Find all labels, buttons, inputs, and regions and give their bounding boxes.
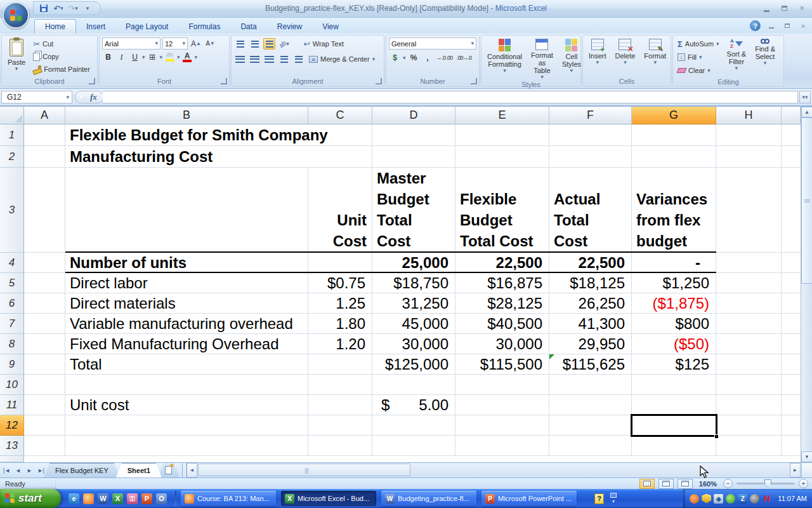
row-header-6[interactable]: 6 — [0, 293, 24, 314]
conditional-formatting-button[interactable]: Conditional Formatting▾ — [484, 37, 525, 74]
cell-a7[interactable] — [24, 314, 65, 334]
close-button[interactable]: × — [796, 3, 808, 13]
cell[interactable] — [455, 436, 549, 456]
cell[interactable] — [782, 415, 801, 436]
row-header-1[interactable]: 1 — [0, 124, 24, 146]
font-name-combo[interactable]: Arial▾ — [102, 37, 160, 50]
alignment-dialog-launcher[interactable] — [376, 78, 382, 84]
scroll-right-button[interactable]: ► — [790, 463, 801, 478]
cell-c8[interactable]: 1.20 — [308, 334, 372, 354]
cell-f6[interactable]: 26,250 — [549, 293, 632, 314]
align-center-button[interactable] — [249, 53, 261, 65]
percent-style-button[interactable]: % — [408, 52, 420, 64]
cell[interactable] — [632, 146, 716, 168]
tray-icon-z[interactable]: Z — [738, 494, 747, 504]
cell-b9[interactable]: Total — [65, 354, 308, 375]
next-sheet-button[interactable]: ► — [24, 465, 35, 476]
cell[interactable] — [782, 146, 801, 168]
borders-button[interactable]: ⊞ — [147, 51, 159, 63]
cell-d7[interactable]: 45,000 — [372, 314, 455, 334]
cell[interactable] — [372, 415, 455, 436]
cell-g3-variances-header[interactable]: Variances from flex budget — [632, 168, 716, 253]
column-header-d[interactable]: D — [372, 107, 455, 124]
cell-f5[interactable]: $18,125 — [549, 273, 632, 293]
cell[interactable] — [782, 334, 801, 354]
row-header-10[interactable]: 10 — [0, 375, 24, 395]
autosum-button[interactable]: ΣAutoSum▾ — [676, 37, 721, 50]
insert-function-button[interactable]: fx — [75, 91, 104, 104]
cell-e4[interactable]: 22,500 — [455, 253, 549, 273]
cell-c5[interactable]: $0.75 — [308, 273, 372, 293]
find-select-button[interactable]: Find & Select▾ — [752, 37, 778, 67]
sort-filter-button[interactable]: AZ Sort & Filter▾ — [724, 37, 750, 72]
tray-icon-n[interactable]: N — [762, 494, 771, 504]
outlook-icon[interactable]: O — [156, 493, 167, 504]
cell-d6[interactable]: 31,250 — [372, 293, 455, 314]
accounting-format-button[interactable]: $ — [389, 52, 401, 64]
cell[interactable] — [455, 395, 549, 415]
cell-b7[interactable]: Variable manufacturing overhead — [65, 314, 308, 334]
taskbar-button-excel-active[interactable]: X Microsoft Excel - Bud... — [281, 491, 376, 506]
cell-d8[interactable]: 30,000 — [372, 334, 455, 354]
minimize-button[interactable] — [760, 3, 773, 13]
cell[interactable] — [632, 395, 716, 415]
tab-insert[interactable]: Insert — [76, 20, 115, 34]
delete-cells-button[interactable]: ✕ Delete▾ — [612, 37, 639, 66]
cell[interactable] — [716, 354, 782, 375]
cell[interactable] — [782, 395, 801, 415]
number-dialog-launcher[interactable] — [471, 78, 477, 84]
tray-icon-2[interactable]: ◈ — [714, 494, 723, 504]
tab-page-layout[interactable]: Page Layout — [115, 20, 178, 34]
cell[interactable] — [716, 168, 782, 253]
name-box[interactable]: G12▾ — [1, 91, 72, 104]
shield-icon[interactable] — [702, 494, 711, 504]
cell-d4[interactable]: 25,000 — [372, 253, 455, 273]
cell[interactable] — [372, 436, 455, 456]
column-header-c[interactable]: C — [308, 107, 372, 124]
cell[interactable] — [782, 168, 801, 253]
paste-button[interactable]: Paste ▾ — [4, 37, 29, 72]
format-cells-button[interactable]: ✎ Format▾ — [641, 37, 669, 66]
cell-a5[interactable] — [24, 273, 65, 293]
row-header-3[interactable]: 3 — [0, 168, 24, 253]
column-header-g-selected[interactable]: G — [632, 107, 716, 124]
cell-b4[interactable]: Number of units — [65, 253, 308, 273]
row-header-5[interactable]: 5 — [0, 273, 24, 293]
tab-data[interactable]: Data — [230, 20, 266, 34]
cell-e5[interactable]: $16,875 — [455, 273, 549, 293]
cell-styles-button[interactable]: Cell Styles▾ — [559, 37, 584, 74]
copy-button[interactable]: Copy — [31, 50, 92, 63]
cell-g4[interactable]: - — [632, 253, 716, 273]
wrap-text-button[interactable]: ↩Wrap Text — [302, 37, 346, 50]
internet-explorer-icon[interactable]: e — [69, 493, 79, 504]
cell-c11[interactable] — [308, 395, 372, 415]
cell[interactable] — [549, 375, 632, 395]
cell-a6[interactable] — [24, 293, 65, 314]
tab-view[interactable]: View — [312, 20, 349, 34]
cell-b6[interactable]: Direct materials — [65, 293, 308, 314]
cell[interactable] — [782, 375, 801, 395]
cell-b3[interactable] — [65, 168, 308, 253]
cell-e7[interactable]: $40,500 — [455, 314, 549, 334]
tab-formulas[interactable]: Formulas — [178, 20, 230, 34]
cell[interactable] — [632, 375, 716, 395]
cell[interactable] — [782, 354, 801, 375]
help-button[interactable]: ? — [750, 20, 761, 31]
cell[interactable] — [308, 375, 372, 395]
shrink-font-button[interactable]: A▼ — [204, 38, 216, 50]
number-format-combo[interactable]: General▾ — [389, 37, 476, 50]
cell-c6[interactable]: 1.25 — [308, 293, 372, 314]
cell-b2-title[interactable]: Manufacturing Cost — [65, 146, 363, 168]
row-header-11[interactable]: 11 — [0, 395, 24, 415]
cell-a4[interactable] — [24, 253, 65, 273]
first-sheet-button[interactable]: |◄ — [1, 465, 12, 476]
underline-button[interactable]: U — [129, 51, 141, 63]
excel-icon[interactable]: X — [112, 493, 123, 504]
row-header-9[interactable]: 9 — [0, 354, 24, 375]
cell-g6-negative-variance[interactable]: ($1,875) — [632, 293, 716, 314]
tray-icon-4[interactable] — [750, 494, 759, 504]
cell[interactable] — [716, 334, 782, 354]
cell-e6[interactable]: $28,125 — [455, 293, 549, 314]
cell[interactable] — [716, 273, 782, 293]
cell[interactable] — [549, 146, 632, 168]
